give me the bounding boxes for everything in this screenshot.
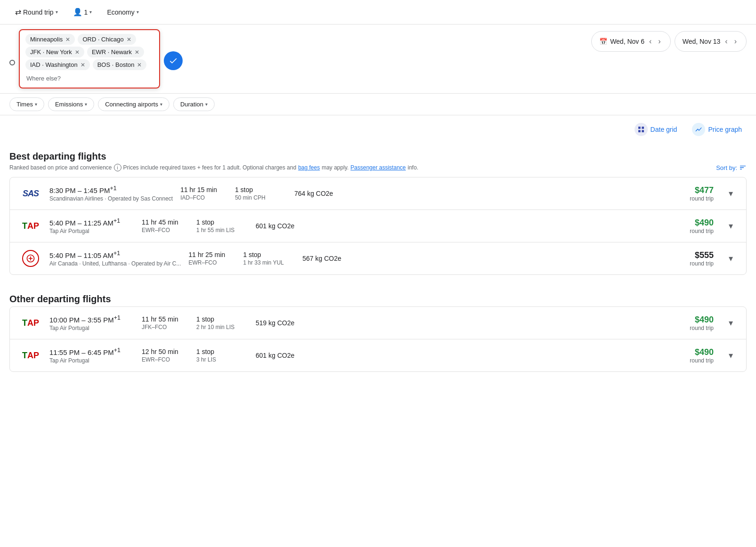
depart-prev-button[interactable]: ‹	[647, 35, 653, 48]
subtitle-text: Ranked based on price and convenience	[9, 164, 112, 171]
remove-ewr-icon[interactable]: ✕	[135, 49, 139, 56]
depart-date-button[interactable]: 📅 Wed, Nov 6 ‹ ›	[591, 31, 671, 52]
emissions-filter-label: Emissions	[55, 101, 83, 108]
table-row[interactable]: TAP 10:00 PM – 3:55 PM+1 Tap Air Portuga…	[10, 307, 746, 339]
filter-row: Times ▾ Emissions ▾ Connecting airports …	[0, 94, 756, 115]
expand-flight-button[interactable]: ▾	[725, 348, 737, 362]
connecting-airports-filter-button[interactable]: Connecting airports ▾	[98, 97, 169, 111]
flight-time-display: 8:30 PM – 1:45 PM+1	[49, 185, 173, 194]
flight-times: 11:55 PM – 6:45 PM+1 Tap Air Portugal	[49, 347, 134, 364]
airline-logo-air-canada	[19, 250, 42, 267]
price-label: round trip	[690, 195, 714, 202]
flight-times: 10:00 PM – 3:55 PM+1 Tap Air Portugal	[49, 314, 134, 331]
route-code: IAD–FCO	[180, 194, 227, 201]
may-apply-text: may apply.	[322, 164, 348, 171]
price-amount: $490	[690, 315, 714, 325]
duration-filter-button[interactable]: Duration ▾	[173, 97, 215, 111]
other-flights-list: TAP 10:00 PM – 3:55 PM+1 Tap Air Portuga…	[9, 306, 747, 372]
price-graph-button[interactable]: Price graph	[687, 120, 747, 139]
table-row[interactable]: TAP 11:55 PM – 6:45 PM+1 Tap Air Portuga…	[10, 339, 746, 371]
passengers-label: 1	[84, 8, 88, 16]
flight-duration: 11 hr 45 min EWR–FCO	[142, 218, 189, 233]
tap-p: P	[33, 221, 39, 231]
flight-price: $555 round trip	[690, 250, 714, 267]
duration-value: 11 hr 55 min	[142, 315, 189, 323]
passengers-button[interactable]: 👤 1 ▾	[67, 5, 98, 19]
stop-detail: 50 min CPH	[235, 194, 287, 201]
table-row[interactable]: 5:40 PM – 11:05 AM+1 Air Canada · United…	[10, 242, 746, 274]
airport-input-area: Minneapolis ✕ ORD · Chicago ✕ JFK · New …	[9, 29, 183, 88]
price-amount: $477	[690, 185, 714, 195]
stop-detail: 1 hr 55 min LIS	[196, 227, 248, 233]
confirm-search-button[interactable]	[164, 51, 183, 70]
table-row[interactable]: TAP 5:40 PM – 11:25 AM+1 Tap Air Portuga…	[10, 210, 746, 242]
expand-flight-button[interactable]: ▾	[725, 219, 737, 233]
airline-logo-sas: SAS	[19, 189, 42, 199]
airport-tag-label: JFK · New York	[30, 48, 72, 56]
sort-by-button[interactable]: Sort by:	[716, 164, 747, 171]
sort-icon	[739, 164, 747, 171]
flight-airline-name: Air Canada · United, Lufthansa · Operate…	[49, 260, 181, 267]
date-grid-label: Date grid	[651, 126, 677, 133]
flight-price: $490 round trip	[690, 347, 714, 364]
info-icon[interactable]: i	[114, 164, 121, 171]
flight-stops: 1 stop 50 min CPH	[235, 186, 287, 201]
flight-price: $490 round trip	[690, 315, 714, 331]
date-tools-row: Date grid Price graph	[0, 115, 756, 144]
tap-a: A	[27, 221, 33, 231]
flight-price: $490 round trip	[690, 218, 714, 234]
airport-tag-ewr[interactable]: EWR · Newark ✕	[87, 47, 144, 57]
tap-a: A	[27, 318, 33, 328]
top-bar: ⇄ Round trip ▾ 👤 1 ▾ Economy ▾	[0, 0, 756, 24]
remove-ord-icon[interactable]: ✕	[127, 36, 131, 43]
return-next-button[interactable]: ›	[732, 35, 739, 48]
duration-chevron-icon: ▾	[205, 102, 208, 107]
airport-tag-iad[interactable]: IAD · Washington ✕	[25, 59, 90, 70]
flight-emissions: 567 kg CO2e	[303, 255, 359, 262]
tap-logo-display: TAP	[22, 351, 39, 361]
calendar-icon: 📅	[599, 38, 607, 45]
remove-bos-icon[interactable]: ✕	[137, 62, 142, 68]
connecting-airports-label: Connecting airports	[105, 101, 158, 108]
return-date-button[interactable]: Wed, Nov 13 ‹ ›	[675, 31, 747, 52]
price-label: round trip	[690, 228, 714, 234]
emissions-filter-button[interactable]: Emissions ▾	[48, 97, 94, 111]
info2-text: info.	[408, 164, 418, 171]
remove-jfk-icon[interactable]: ✕	[75, 49, 80, 56]
swap-icon: ⇄	[15, 8, 21, 16]
expand-flight-button[interactable]: ▾	[725, 251, 737, 265]
airport-tag-bos[interactable]: BOS · Boston ✕	[93, 59, 147, 70]
airport-tag-ord[interactable]: ORD · Chicago ✕	[78, 34, 136, 45]
airport-tag-msp[interactable]: Minneapolis ✕	[25, 34, 75, 45]
grid-svg	[637, 126, 645, 133]
table-row[interactable]: SAS 8:30 PM – 1:45 PM+1 Scandinavian Air…	[10, 177, 746, 210]
price-label: round trip	[690, 357, 714, 364]
bag-fees-link[interactable]: bag fees	[298, 164, 320, 171]
price-amount: $490	[690, 218, 714, 228]
route-code: EWR–FCO	[142, 356, 189, 363]
airport-tag-jfk[interactable]: JFK · New York ✕	[25, 47, 84, 57]
checkmark-icon	[169, 56, 178, 65]
depart-next-button[interactable]: ›	[656, 35, 662, 48]
remove-msp-icon[interactable]: ✕	[65, 36, 70, 43]
stops-count: 1 stop	[196, 315, 248, 323]
where-else-link[interactable]: Where else?	[25, 73, 153, 84]
passenger-assistance-link[interactable]: Passenger assistance	[351, 164, 406, 171]
times-filter-button[interactable]: Times ▾	[9, 97, 44, 111]
expand-flight-button[interactable]: ▾	[725, 186, 737, 201]
tap-t: T	[22, 318, 27, 328]
air-canada-logo-display	[22, 250, 39, 267]
date-grid-button[interactable]: Date grid	[630, 120, 682, 139]
expand-flight-button[interactable]: ▾	[725, 316, 737, 330]
route-code: EWR–FCO	[142, 227, 189, 233]
flight-stops: 1 stop 3 hr LIS	[196, 348, 248, 363]
remove-iad-icon[interactable]: ✕	[80, 62, 85, 68]
trip-type-button[interactable]: ⇄ Round trip ▾	[9, 5, 64, 19]
cabin-class-button[interactable]: Economy ▾	[101, 6, 144, 19]
trip-type-label: Round trip	[23, 8, 54, 16]
airport-dropdown[interactable]: Minneapolis ✕ ORD · Chicago ✕ JFK · New …	[19, 29, 160, 88]
sas-logo-text: SAS	[23, 189, 39, 199]
airport-tags-row-3: IAD · Washington ✕ BOS · Boston ✕	[25, 59, 153, 70]
return-prev-button[interactable]: ‹	[723, 35, 729, 48]
tap-p: P	[33, 318, 39, 328]
